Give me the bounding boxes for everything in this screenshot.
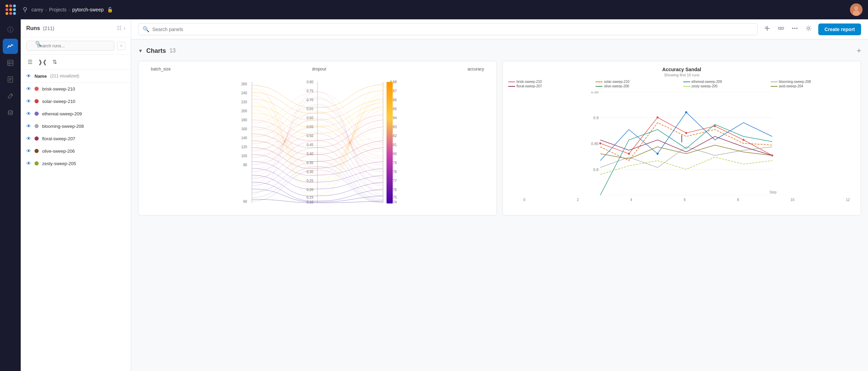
legend-line-zesty xyxy=(683,86,690,87)
legend-olive: olive-sweep-206 xyxy=(596,84,680,88)
rail-info-icon[interactable]: ⓘ xyxy=(3,22,18,37)
sort-button[interactable]: ⇅ xyxy=(51,57,58,67)
sidebar-run-item[interactable]: 👁 solar-sweep-210 xyxy=(21,95,131,107)
section-chevron[interactable]: ▼ xyxy=(138,48,143,54)
legend-line-olive xyxy=(596,86,602,87)
app-logo xyxy=(6,4,16,15)
axis-label-accuracy: accuracy xyxy=(467,67,484,72)
sidebar-run-item[interactable]: 👁 brisk-sweep-210 xyxy=(21,83,131,95)
rail-notes-icon[interactable] xyxy=(3,72,18,87)
parallel-coords-chart: batch_size dropout accuracy 260 240 220 xyxy=(138,61,497,216)
svg-point-20 xyxy=(796,28,798,29)
svg-text:100: 100 xyxy=(241,154,247,158)
svg-text:0.95: 0.95 xyxy=(591,92,598,94)
header-toolbar-icons xyxy=(762,23,814,36)
run-color-dot xyxy=(35,161,39,165)
svg-text:240: 240 xyxy=(241,91,247,95)
sidebar-search-wrap: 🔍 xyxy=(26,41,114,51)
sidebar-run-item[interactable]: 👁 floral-sweep-207 xyxy=(21,132,131,145)
sidebar-table-icon[interactable]: ☷ xyxy=(117,25,122,31)
rail-table-icon[interactable] xyxy=(3,55,18,70)
accuracy-svg: 0.95 0.9 0.85 0.8 xyxy=(523,92,850,195)
run-eye-icon[interactable]: 👁 xyxy=(26,111,31,116)
sidebar-search-icon: 🔍 xyxy=(35,41,41,46)
add-panel-button[interactable]: + xyxy=(857,46,861,55)
run-color-dot xyxy=(35,149,39,153)
smooth-icon[interactable] xyxy=(775,23,787,36)
sidebar-title: Runs (211) xyxy=(26,25,54,31)
svg-point-1 xyxy=(854,6,858,10)
legend-solar: solar-sweep-210 xyxy=(596,80,680,84)
sidebar-run-item[interactable]: 👁 ethereal-sweep-209 xyxy=(21,107,131,120)
name-header-row: 👁 Name (211 visualized) xyxy=(21,70,131,83)
legend-zesty: zesty-sweep-205 xyxy=(683,84,768,88)
svg-text:0.70: 0.70 xyxy=(307,98,314,102)
run-eye-icon[interactable]: 👁 xyxy=(26,148,31,154)
columns-button[interactable]: ❱❰ xyxy=(37,57,48,67)
sidebar-expand-icon[interactable]: › xyxy=(124,25,125,31)
accuracy-line-chart: Accuracy Sandal Showing first 10 runs br… xyxy=(502,61,861,216)
svg-point-79 xyxy=(657,116,659,118)
accuracy-chart-title: Accuracy Sandal xyxy=(508,67,855,72)
svg-text:60: 60 xyxy=(243,200,247,203)
charts-area: ▼ Charts 13 + batch_size dropout accurac… xyxy=(131,39,868,371)
svg-text:0.45: 0.45 xyxy=(307,143,314,147)
run-eye-icon[interactable]: 👁 xyxy=(26,86,31,92)
breadcrumb-sep1: › xyxy=(45,7,47,12)
run-eye-icon[interactable]: 👁 xyxy=(26,161,31,166)
sidebar-run-item[interactable]: 👁 blooming-sweep-208 xyxy=(21,120,131,132)
filter-button[interactable]: ☰ xyxy=(26,57,34,67)
run-name-label: brisk-sweep-210 xyxy=(42,86,75,92)
rail-chart-icon[interactable] xyxy=(3,39,18,54)
user-avatar[interactable] xyxy=(850,3,862,16)
run-name-label: zesty-sweep-205 xyxy=(42,161,76,166)
breadcrumb-user[interactable]: carey xyxy=(31,7,43,12)
run-eye-icon[interactable]: 👁 xyxy=(26,136,31,141)
name-eye-icon[interactable]: 👁 xyxy=(26,73,31,79)
dots-icon[interactable] xyxy=(789,23,800,36)
accuracy-legend: brisk-sweep-210 solar-sweep-210 ethereal… xyxy=(508,80,855,88)
breadcrumb-repo[interactable]: pytorch-sweep xyxy=(72,7,104,12)
svg-point-19 xyxy=(794,28,795,29)
legend-line-blooming xyxy=(771,82,778,82)
rail-db-icon[interactable] xyxy=(3,105,18,120)
svg-point-85 xyxy=(685,111,687,113)
svg-text:0.80: 0.80 xyxy=(307,80,314,84)
lock-icon: 🔓 xyxy=(107,7,113,12)
svg-point-82 xyxy=(743,139,745,141)
run-eye-icon[interactable]: 👁 xyxy=(26,123,31,129)
settings-icon[interactable] xyxy=(803,23,814,36)
x-label-4: 4 xyxy=(630,198,632,202)
create-report-button[interactable]: Create report xyxy=(818,23,861,35)
search-panels-bar: 🔍 xyxy=(138,23,758,35)
run-name-label: floral-sweep-207 xyxy=(42,136,75,141)
rail-brush-icon[interactable] xyxy=(3,88,18,104)
svg-text:80: 80 xyxy=(243,163,247,167)
breadcrumb-project[interactable]: Projects xyxy=(49,7,67,12)
sidebar-run-item[interactable]: 👁 olive-sweep-206 xyxy=(21,145,131,157)
axis-label-dropout: dropout xyxy=(312,67,326,72)
breadcrumb-sep2: › xyxy=(68,7,70,12)
svg-point-2 xyxy=(853,10,860,16)
search-panels-input[interactable] xyxy=(152,27,753,32)
svg-text:140: 140 xyxy=(241,136,247,140)
x-label-0: 0 xyxy=(523,198,525,202)
svg-rect-66 xyxy=(387,82,393,203)
svg-text:160: 160 xyxy=(241,127,247,131)
svg-rect-3 xyxy=(8,60,13,66)
run-eye-icon[interactable]: 👁 xyxy=(26,98,31,104)
search-icon: 🔍 xyxy=(143,26,150,32)
legend-line-avid xyxy=(771,86,778,87)
sidebar-run-item[interactable]: 👁 zesty-sweep-205 xyxy=(21,157,131,170)
svg-text:220: 220 xyxy=(241,100,247,104)
expression-icon[interactable] xyxy=(762,23,773,36)
x-label-10: 10 xyxy=(791,198,794,202)
svg-point-78 xyxy=(628,153,630,155)
topnav-search-icon[interactable]: ⚲ xyxy=(23,6,27,13)
svg-text:0.75: 0.75 xyxy=(307,89,314,93)
sidebar-filter-btn[interactable]: ⁘ xyxy=(117,42,125,50)
legend-ethereal: ethereal-sweep-209 xyxy=(683,80,768,84)
run-name-label: blooming-sweep-208 xyxy=(42,124,84,129)
charts-section-header: ▼ Charts 13 + xyxy=(138,46,861,55)
sidebar-search-bar: 🔍 ⁘ xyxy=(21,37,131,55)
